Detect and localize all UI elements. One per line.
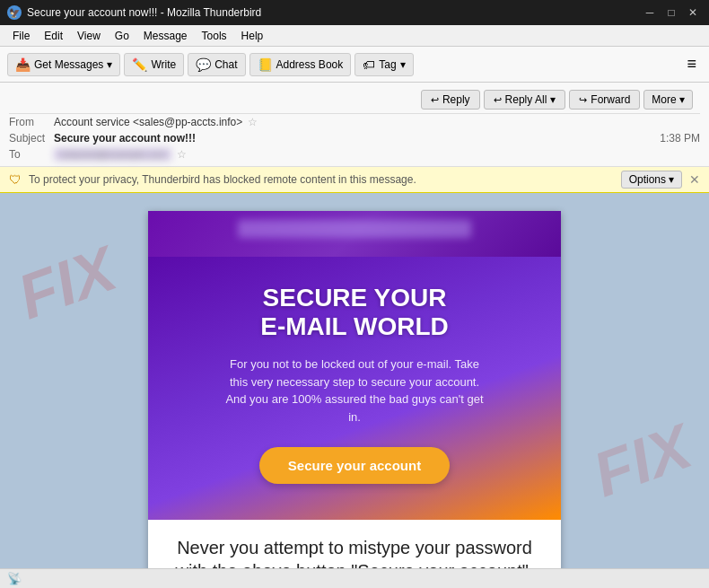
tag-icon: 🏷 — [363, 57, 375, 72]
maximize-button[interactable]: □ — [662, 4, 680, 22]
get-messages-icon: 📥 — [15, 57, 31, 72]
close-button[interactable]: ✕ — [684, 4, 702, 22]
email-card-header — [148, 211, 561, 257]
window-title: Secure your account now!!! - Mozilla Thu… — [27, 6, 261, 19]
status-icon: 📡 — [7, 572, 22, 585]
watermark-left: FIX — [9, 233, 126, 333]
forward-button[interactable]: ↪ Forward — [569, 90, 640, 110]
reply-all-dropdown-icon: ▾ — [550, 93, 556, 106]
menu-bar: File Edit View Go Message Tools Help — [0, 25, 709, 47]
more-dropdown-icon: ▾ — [679, 93, 685, 106]
chat-button[interactable]: 💬 Chat — [188, 53, 245, 76]
email-header: ↩ Reply ↩ Reply All ▾ ↪ Forward More ▾ F… — [0, 83, 709, 167]
toolbar: 📥 Get Messages ▾ ✏️ Write 💬 Chat 📒 Addre… — [0, 47, 709, 83]
menu-go[interactable]: Go — [108, 28, 136, 44]
secure-account-button[interactable]: Secure your account — [259, 447, 450, 484]
minimize-button[interactable]: ─ — [641, 4, 659, 22]
get-messages-button[interactable]: 📥 Get Messages ▾ — [7, 53, 120, 76]
hero-title: SECURE YOURE-MAIL WORLD — [175, 284, 534, 341]
privacy-warning-icon: 🛡 — [9, 172, 22, 187]
tag-dropdown-icon: ▾ — [400, 58, 406, 71]
reply-icon: ↩ — [431, 94, 439, 106]
chat-icon: 💬 — [196, 57, 211, 72]
menu-help[interactable]: Help — [234, 28, 271, 44]
menu-file[interactable]: File — [5, 28, 37, 44]
reply-all-icon: ↩ — [494, 94, 502, 106]
to-value: redacted@example.com — [54, 148, 171, 161]
title-bar: 🦅 Secure your account now!!! - Mozilla T… — [0, 0, 709, 25]
window-controls: ─ □ ✕ — [641, 4, 702, 22]
menu-tools[interactable]: Tools — [195, 28, 234, 44]
address-book-icon: 📒 — [258, 57, 273, 72]
dropdown-arrow-icon: ▾ — [107, 58, 112, 71]
from-row: From Account service <sales@pp-accts.inf… — [9, 114, 700, 130]
body-main-text: Never you attempt to mistype your passwo… — [175, 536, 534, 568]
menu-view[interactable]: View — [70, 28, 108, 44]
to-label: To — [9, 148, 54, 161]
email-time: 1:38 PM — [660, 132, 700, 145]
subject-value: Secure your account now!!! — [54, 132, 196, 145]
privacy-warning-bar: 🛡 To protect your privacy, Thunderbird h… — [0, 167, 709, 193]
write-button[interactable]: ✏️ Write — [124, 53, 184, 76]
email-card: SECURE YOURE-MAIL WORLD For you not to b… — [148, 211, 561, 568]
subject-row: Subject Secure your account now!!! 1:38 … — [9, 130, 700, 146]
privacy-options-button[interactable]: Options ▾ — [621, 171, 682, 189]
reply-all-button[interactable]: ↩ Reply All ▾ — [484, 90, 566, 110]
options-dropdown-icon: ▾ — [669, 173, 674, 186]
subject-label: Subject — [9, 132, 54, 145]
forward-icon: ↪ — [579, 94, 587, 106]
header-blur-text — [238, 220, 471, 238]
menu-message[interactable]: Message — [136, 28, 195, 44]
from-value: Account service <sales@pp-accts.info> — [54, 116, 242, 128]
status-bar: 📡 — [0, 568, 709, 588]
hero-subtitle: For you not to be locked out of your e-m… — [220, 355, 489, 426]
app-icon: 🦅 — [7, 5, 22, 20]
star-icon[interactable]: ☆ — [248, 116, 258, 128]
to-star-icon[interactable]: ☆ — [177, 148, 187, 161]
to-row: To redacted@example.com ☆ — [9, 146, 700, 162]
tag-button[interactable]: 🏷 Tag ▾ — [354, 53, 413, 76]
from-label: From — [9, 116, 54, 128]
address-book-button[interactable]: 📒 Address Book — [249, 53, 352, 76]
watermark-right: FIX — [584, 410, 701, 511]
more-button[interactable]: More ▾ — [643, 90, 693, 110]
menu-edit[interactable]: Edit — [37, 28, 70, 44]
email-content-area: FIX FIX SECURE YOURE-MAIL WORLD For you … — [0, 193, 709, 568]
write-icon: ✏️ — [132, 57, 147, 72]
hamburger-menu-button[interactable]: ≡ — [681, 53, 702, 75]
reply-button[interactable]: ↩ Reply — [421, 90, 480, 110]
privacy-warning-text: To protect your privacy, Thunderbird has… — [29, 173, 614, 186]
email-card-body: Never you attempt to mistype your passwo… — [148, 520, 561, 568]
privacy-close-button[interactable]: ✕ — [689, 172, 700, 187]
email-hero-section: SECURE YOURE-MAIL WORLD For you not to b… — [148, 257, 561, 520]
reply-toolbar: ↩ Reply ↩ Reply All ▾ ↪ Forward More ▾ — [9, 86, 700, 114]
